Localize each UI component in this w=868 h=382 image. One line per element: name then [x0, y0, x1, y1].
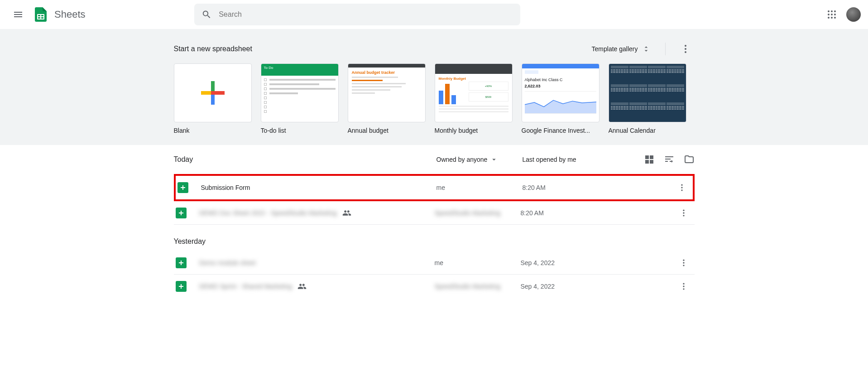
file-more-button[interactable]	[675, 277, 693, 295]
grid-icon	[644, 154, 655, 165]
app-header: Sheets	[0, 0, 868, 29]
template-band: Start a new spreadsheet Template gallery	[0, 29, 868, 145]
list-header: Today Owned by anyone Last opened by me	[174, 145, 695, 174]
template-annual-budget[interactable]: Annual budget tracker Annual budget	[348, 63, 426, 134]
template-finance-thumb: Alphabet Inc Class C 2,622.03	[522, 63, 599, 122]
svg-point-32	[683, 285, 684, 287]
unfold-icon	[642, 44, 651, 53]
owned-by-label: Owned by anyone	[436, 156, 488, 163]
account-avatar[interactable]	[846, 7, 861, 22]
app-title: Sheets	[54, 9, 86, 20]
file-date: Sep 4, 2022	[521, 283, 634, 290]
svg-point-4	[828, 14, 830, 15]
template-gallery-label: Template gallery	[592, 45, 638, 53]
main-menu-button[interactable]	[7, 4, 29, 25]
sort-az-icon	[664, 154, 675, 165]
more-vert-icon	[679, 208, 688, 218]
svg-rect-0	[37, 14, 44, 19]
svg-point-28	[683, 262, 684, 263]
file-date: Sep 4, 2022	[521, 259, 634, 266]
highlighted-file: Submission Form me 8:20 AM	[174, 174, 695, 201]
google-apps-button[interactable]	[821, 4, 843, 25]
template-gallery-button[interactable]: Template gallery	[588, 42, 654, 56]
template-label: Annual Calendar	[609, 127, 686, 134]
svg-point-21	[681, 189, 682, 191]
template-label: Monthly budget	[435, 127, 513, 134]
svg-point-27	[683, 259, 684, 261]
open-picker-button[interactable]	[684, 154, 695, 165]
svg-point-1	[828, 10, 830, 12]
svg-point-7	[828, 17, 830, 19]
template-monthly-budget-thumb: Monthly Budget +90% $500	[435, 63, 513, 122]
template-label: Blank	[174, 127, 252, 134]
shared-icon	[297, 282, 307, 291]
template-label: Google Finance Invest...	[522, 127, 599, 134]
svg-point-12	[685, 51, 686, 53]
folder-icon	[684, 154, 695, 165]
file-owner: me	[435, 259, 521, 266]
more-vert-icon	[677, 183, 686, 192]
svg-point-6	[834, 14, 836, 15]
svg-point-19	[681, 184, 682, 186]
section-yesterday: Yesterday	[174, 225, 695, 251]
svg-point-10	[685, 45, 686, 47]
svg-point-31	[683, 283, 684, 285]
sort-button[interactable]	[664, 154, 675, 165]
file-more-button[interactable]	[675, 204, 693, 222]
svg-point-11	[685, 48, 686, 50]
svg-point-29	[683, 265, 684, 266]
file-date: 8:20 AM	[523, 184, 636, 191]
file-row[interactable]: Submission Form me 8:20 AM	[176, 176, 693, 199]
template-monthly-budget[interactable]: Monthly Budget +90% $500	[435, 63, 513, 134]
sheets-logo[interactable]	[31, 5, 51, 24]
file-row[interactable]: DEMO Sprint - Shared Marketing SpeedStud…	[174, 275, 695, 298]
template-calendar-thumb	[609, 63, 686, 122]
apps-grid-icon	[826, 9, 837, 20]
svg-rect-13	[211, 81, 215, 91]
template-label: Annual budget	[348, 127, 426, 134]
section-today: Today	[174, 155, 436, 164]
svg-point-20	[681, 187, 682, 188]
svg-point-9	[834, 17, 836, 19]
last-opened-header: Last opened by me	[523, 156, 636, 163]
shared-icon	[342, 208, 351, 218]
file-owner: SpeedStudio Marketing	[435, 209, 521, 217]
svg-point-33	[683, 288, 684, 290]
file-more-button[interactable]	[673, 179, 691, 197]
file-owner: me	[436, 184, 523, 191]
file-name: Demo module sheet	[199, 259, 435, 266]
template-annual-budget-thumb: Annual budget tracker	[348, 63, 426, 122]
template-blank[interactable]: Blank	[174, 63, 252, 134]
svg-point-24	[683, 212, 684, 213]
template-todo-thumb: To Do	[261, 63, 339, 122]
svg-rect-14	[211, 95, 215, 105]
file-name: DEMO Sprint - Shared Marketing	[199, 282, 435, 291]
file-owner: SpeedStudio Marketing	[435, 283, 521, 290]
more-vert-icon	[679, 258, 688, 267]
template-more-button[interactable]	[676, 40, 695, 58]
owned-by-filter[interactable]: Owned by anyone	[436, 155, 523, 164]
search-input[interactable]	[219, 10, 513, 19]
template-calendar[interactable]: Annual Calendar	[609, 63, 686, 134]
divider	[665, 43, 666, 55]
sheets-file-icon	[176, 208, 187, 218]
svg-point-5	[831, 14, 833, 15]
template-todo[interactable]: To Do To-do list	[261, 63, 339, 134]
search-bar[interactable]	[194, 4, 520, 25]
file-more-button[interactable]	[675, 254, 693, 272]
svg-point-2	[831, 10, 833, 12]
svg-point-3	[834, 10, 836, 12]
svg-point-8	[831, 17, 833, 19]
search-icon	[201, 9, 212, 20]
svg-rect-17	[211, 91, 215, 95]
more-vert-icon	[679, 282, 688, 291]
template-blank-thumb	[174, 63, 252, 122]
more-vert-icon	[680, 44, 691, 54]
grid-view-button[interactable]	[644, 154, 655, 165]
svg-point-25	[683, 215, 684, 216]
template-finance[interactable]: Alphabet Inc Class C 2,622.03 Google Fin…	[522, 63, 599, 134]
dropdown-icon	[490, 155, 498, 164]
file-row[interactable]: DEMO Doc Sheet 2022 - SpeedStudio Market…	[174, 201, 695, 225]
svg-rect-16	[215, 91, 225, 95]
file-row[interactable]: Demo module sheet me Sep 4, 2022	[174, 251, 695, 275]
